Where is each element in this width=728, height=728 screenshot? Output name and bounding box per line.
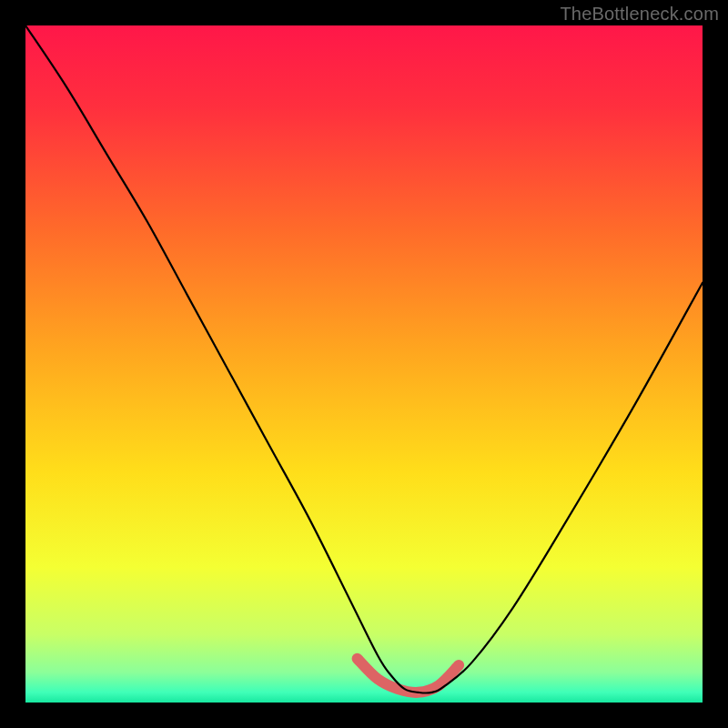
chart-frame: TheBottleneck.com [0, 0, 728, 728]
bottleneck-curve [25, 25, 703, 693]
plot-area [25, 25, 703, 703]
curve-layer [25, 25, 703, 703]
watermark-text: TheBottleneck.com [560, 4, 719, 25]
